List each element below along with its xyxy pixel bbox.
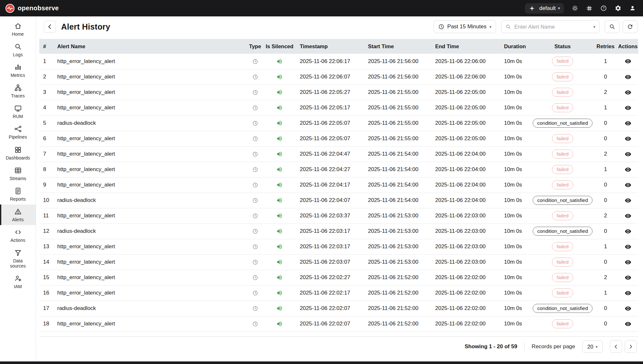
search-button[interactable] [605, 20, 620, 33]
sidebar-item-actions[interactable]: Actions [0, 225, 36, 246]
table-row[interactable]: 4 http_error_latency_alert 2025-11-06 22… [39, 100, 638, 115]
view-details-button[interactable] [624, 289, 632, 297]
records-per-page-select[interactable]: 20 ▾ [582, 341, 603, 353]
status-badge: condition_not_satisfied [533, 196, 592, 205]
sidebar-item-reports[interactable]: Reports [0, 184, 36, 205]
view-details-button[interactable] [624, 181, 632, 189]
view-details-button[interactable] [624, 258, 632, 266]
alert-name: http_error_latency_alert [54, 162, 248, 177]
sidebar-item-dashboards[interactable]: Dashboards [0, 143, 36, 163]
eye-icon [625, 290, 631, 296]
sidebar-item-logs[interactable]: Logs [0, 40, 36, 60]
view-details-button[interactable] [624, 227, 632, 235]
status-badge: failed [552, 57, 573, 66]
actions-cell [618, 270, 638, 285]
column-header-retries: Retries [593, 39, 618, 54]
organization-selector[interactable]: default ▾ [539, 5, 560, 12]
table-row[interactable]: 6 http_error_latency_alert 2025-11-06 22… [39, 131, 638, 146]
next-page-button[interactable] [625, 341, 637, 353]
clock-icon [252, 59, 258, 65]
view-details-button[interactable] [624, 320, 632, 328]
end-time-cell: 2025-11-06 22:04:00 [432, 162, 501, 177]
end-time-cell: 2025-11-06 22:05:00 [432, 115, 501, 131]
view-details-button[interactable] [624, 196, 632, 205]
table-row[interactable]: 7 http_error_latency_alert 2025-11-06 22… [39, 146, 638, 162]
type-cell [248, 254, 262, 270]
row-index: 12 [39, 223, 54, 239]
view-details-button[interactable] [624, 119, 632, 127]
sidebar-item-pipelines[interactable]: Pipelines [0, 122, 36, 142]
view-details-button[interactable] [624, 212, 632, 220]
sidebar-item-iam[interactable]: IAM [0, 271, 36, 292]
row-index: 6 [39, 131, 54, 146]
sidebar-item-data-sources[interactable]: Data sources [0, 246, 36, 271]
table-row[interactable]: 14 http_error_latency_alert 2025-11-06 2… [39, 254, 638, 270]
table-row[interactable]: 15 http_error_latency_alert 2025-11-06 2… [39, 270, 638, 285]
view-details-button[interactable] [624, 274, 632, 282]
status-badge: failed [552, 165, 573, 174]
column-header-start-time: Start Time [365, 39, 432, 54]
table-row[interactable]: 11 http_error_latency_alert 2025-11-06 2… [39, 208, 638, 223]
alert-name: http_error_latency_alert [54, 270, 248, 285]
ai-assistant-button[interactable] [529, 5, 535, 12]
view-details-button[interactable] [624, 243, 632, 251]
view-details-button[interactable] [624, 88, 632, 96]
profile-button[interactable] [629, 5, 636, 12]
sidebar-item-label: Dashboards [6, 155, 30, 160]
view-details-button[interactable] [624, 57, 632, 65]
theme-toggle-button[interactable] [572, 5, 578, 12]
table-row[interactable]: 5 radius-deadlock 2025-11-06 22:05:07 20… [39, 115, 638, 131]
type-cell [248, 270, 262, 285]
table-row[interactable]: 8 http_error_latency_alert 2025-11-06 22… [39, 162, 638, 177]
row-index: 16 [39, 285, 54, 301]
actions-cell [618, 301, 638, 316]
eye-icon [625, 151, 631, 158]
table-row[interactable]: 2 http_error_latency_alert 2025-11-06 22… [39, 69, 638, 85]
previous-page-button[interactable] [610, 341, 622, 353]
type-cell [248, 162, 262, 177]
row-index: 9 [39, 177, 54, 193]
table-row[interactable]: 12 radius-deadlock 2025-11-06 22:03:17 2… [39, 223, 638, 239]
table-row[interactable]: 16 http_error_latency_alert 2025-11-06 2… [39, 285, 638, 301]
sidebar-item-streams[interactable]: Streams [0, 163, 36, 184]
sidebar-item-rum[interactable]: RUM [0, 101, 36, 122]
table-row[interactable]: 18 http_error_latency_alert 2025-11-06 2… [39, 316, 638, 332]
table-row[interactable]: 3 http_error_latency_alert 2025-11-06 22… [39, 85, 638, 100]
topbar-controls: default ▾ ? [525, 3, 636, 14]
view-details-button[interactable] [624, 73, 632, 81]
row-index: 15 [39, 270, 54, 285]
view-details-button[interactable] [624, 104, 632, 112]
end-time-cell: 2025-11-06 22:02:00 [432, 316, 501, 332]
table-row[interactable]: 13 http_error_latency_alert 2025-11-06 2… [39, 239, 638, 254]
actions-cell [618, 208, 638, 223]
gear-icon [615, 5, 621, 12]
status-cell: failed [532, 85, 593, 100]
back-button[interactable] [44, 21, 56, 33]
status-badge: failed [552, 180, 573, 190]
chevron-down-icon: ▾ [593, 25, 595, 29]
view-details-button[interactable] [624, 150, 632, 158]
refresh-button[interactable] [623, 20, 638, 33]
chevron-left-icon [613, 344, 619, 350]
sidebar-item-traces[interactable]: Traces [0, 81, 36, 101]
alert-name-input[interactable] [514, 23, 591, 30]
help-button[interactable]: ? [600, 5, 607, 12]
status-cell: failed [532, 285, 593, 301]
view-details-button[interactable] [624, 305, 632, 313]
status-badge: failed [552, 258, 573, 267]
duration-cell: 10m 0s [501, 254, 532, 270]
time-range-selector[interactable]: Past 15 Minutes ▾ [434, 20, 496, 33]
sidebar-item-metrics[interactable]: Metrics [0, 60, 36, 81]
table-row[interactable]: 1 http_error_latency_alert 2025-11-06 22… [39, 54, 638, 69]
alert-name-search[interactable]: ▾ [501, 20, 600, 33]
sidebar-item-home[interactable]: Home [0, 19, 36, 40]
view-details-button[interactable] [624, 166, 632, 174]
table-row[interactable]: 17 radius-deadlock 2025-11-06 22:02:07 2… [39, 301, 638, 316]
sidebar-item-alerts[interactable]: Alerts [0, 205, 36, 225]
timestamp-cell: 2025-11-06 22:03:07 [297, 254, 365, 270]
table-row[interactable]: 10 radius-deadlock 2025-11-06 22:04:07 2… [39, 193, 638, 208]
settings-button[interactable] [615, 5, 621, 12]
table-row[interactable]: 9 http_error_latency_alert 2025-11-06 22… [39, 177, 638, 193]
view-details-button[interactable] [624, 135, 632, 143]
apps-button[interactable] [586, 5, 592, 12]
